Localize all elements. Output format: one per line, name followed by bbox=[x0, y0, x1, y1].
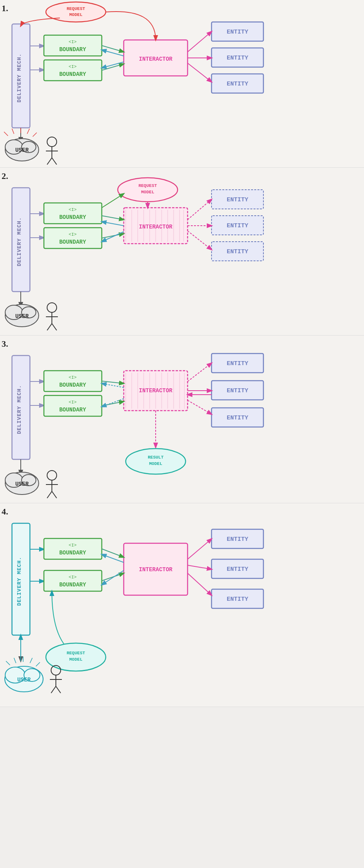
svg-text:<I>: <I> bbox=[69, 375, 77, 380]
svg-rect-0 bbox=[0, 0, 364, 168]
svg-rect-149 bbox=[0, 503, 364, 707]
svg-rect-154 bbox=[44, 538, 102, 559]
svg-text:ENTITY: ENTITY bbox=[227, 360, 248, 367]
svg-text:BOUNDARY: BOUNDARY bbox=[59, 71, 86, 77]
svg-text:BOUNDARY: BOUNDARY bbox=[59, 239, 86, 245]
diagram-svg-1: DELIVERY MECH. <I> BOUNDARY <I> BOUNDARY… bbox=[0, 0, 364, 168]
svg-text:DELIVERY MECH.: DELIVERY MECH. bbox=[16, 556, 22, 606]
svg-text:USER: USER bbox=[15, 313, 29, 320]
svg-text:<I>: <I> bbox=[69, 400, 77, 405]
section-1: 1. DELIVERY MECH. <I> BOUNDARY <I> BOUND… bbox=[0, 0, 364, 168]
svg-text:<I>: <I> bbox=[69, 232, 77, 237]
svg-text:BOUNDARY: BOUNDARY bbox=[59, 382, 86, 388]
section-4: 4. DELIVERY MECH. <I> BOUNDARY <I> BOUND… bbox=[0, 503, 364, 707]
svg-text:ENTITY: ENTITY bbox=[227, 222, 248, 229]
svg-text:DELIVERY MECH.: DELIVERY MECH. bbox=[16, 53, 22, 102]
svg-text:MODEL: MODEL bbox=[149, 461, 162, 466]
svg-text:REQUEST: REQUEST bbox=[67, 651, 85, 655]
svg-text:MODEL: MODEL bbox=[69, 657, 82, 662]
svg-text:INTERACTOR: INTERACTOR bbox=[139, 387, 173, 394]
svg-rect-44 bbox=[0, 168, 364, 336]
section-3: 3. DELIVERY MECH. <I> BOUNDARY <I> BOUND… bbox=[0, 336, 364, 503]
svg-text:ENTITY: ENTITY bbox=[227, 387, 248, 394]
svg-text:ENTITY: ENTITY bbox=[227, 415, 248, 421]
svg-rect-5 bbox=[44, 35, 102, 56]
svg-text:BOUNDARY: BOUNDARY bbox=[59, 550, 86, 556]
svg-text:REQUEST: REQUEST bbox=[138, 183, 157, 188]
svg-text:BOUNDARY: BOUNDARY bbox=[59, 46, 86, 53]
svg-text:DELIVERY MECH.: DELIVERY MECH. bbox=[16, 385, 22, 434]
svg-text:ENTITY: ENTITY bbox=[227, 536, 248, 543]
svg-text:USER: USER bbox=[15, 481, 29, 487]
svg-rect-52 bbox=[44, 228, 102, 248]
svg-rect-96 bbox=[0, 336, 364, 503]
svg-text:ENTITY: ENTITY bbox=[227, 197, 248, 203]
svg-text:INTERACTOR: INTERACTOR bbox=[139, 224, 173, 230]
svg-text:ENTITY: ENTITY bbox=[227, 566, 248, 573]
svg-text:<I>: <I> bbox=[69, 64, 77, 69]
svg-text:<I>: <I> bbox=[69, 40, 77, 44]
section-number-4: 4. bbox=[2, 506, 8, 517]
section-number-3: 3. bbox=[2, 339, 8, 349]
svg-text:<I>: <I> bbox=[69, 207, 77, 212]
svg-text:ENTITY: ENTITY bbox=[227, 55, 248, 62]
diagram-svg-2: DELIVERY MECH. <I> BOUNDARY <I> BOUNDARY… bbox=[0, 168, 364, 336]
section-number-1: 1. bbox=[2, 3, 8, 14]
svg-text:BOUNDARY: BOUNDARY bbox=[59, 214, 86, 220]
svg-text:REQUEST: REQUEST bbox=[67, 6, 85, 11]
svg-text:ENTITY: ENTITY bbox=[227, 248, 248, 255]
svg-rect-104 bbox=[44, 395, 102, 416]
diagram-svg-4: DELIVERY MECH. <I> BOUNDARY <I> BOUNDARY… bbox=[0, 503, 364, 707]
section-2: 2. DELIVERY MECH. <I> BOUNDARY <I> BOUND… bbox=[0, 168, 364, 336]
svg-text:BOUNDARY: BOUNDARY bbox=[59, 407, 86, 413]
section-number-2: 2. bbox=[2, 171, 8, 181]
svg-rect-8 bbox=[44, 60, 102, 81]
svg-rect-101 bbox=[44, 371, 102, 391]
svg-text:USER: USER bbox=[15, 147, 29, 153]
svg-text:MODEL: MODEL bbox=[69, 12, 82, 17]
svg-text:DELIVERY MECH.: DELIVERY MECH. bbox=[16, 217, 22, 266]
svg-text:INTERACTOR: INTERACTOR bbox=[139, 56, 173, 62]
svg-text:RESULT: RESULT bbox=[148, 455, 164, 460]
svg-rect-49 bbox=[44, 203, 102, 224]
svg-text:INTERACTOR: INTERACTOR bbox=[139, 566, 173, 573]
svg-text:ENTITY: ENTITY bbox=[227, 29, 248, 36]
svg-rect-157 bbox=[44, 570, 102, 591]
svg-text:BOUNDARY: BOUNDARY bbox=[59, 582, 86, 588]
svg-text:ENTITY: ENTITY bbox=[227, 596, 248, 603]
svg-point-26 bbox=[46, 2, 106, 22]
svg-text:<I>: <I> bbox=[69, 543, 77, 548]
svg-text:<I>: <I> bbox=[69, 575, 77, 580]
diagram-svg-3: DELIVERY MECH. <I> BOUNDARY <I> BOUNDARY… bbox=[0, 336, 364, 503]
svg-text:ENTITY: ENTITY bbox=[227, 81, 248, 87]
svg-text:USER: USER bbox=[17, 677, 31, 683]
svg-text:MODEL: MODEL bbox=[141, 190, 154, 195]
